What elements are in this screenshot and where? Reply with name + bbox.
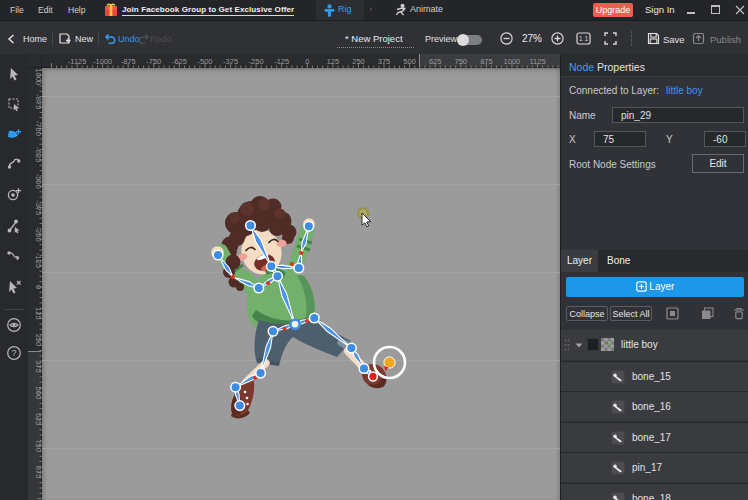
svg-text:750: 750 xyxy=(34,439,43,452)
svg-text:-875: -875 xyxy=(34,94,43,109)
svg-text:375: 375 xyxy=(378,57,391,66)
svg-text:?: ? xyxy=(11,348,16,358)
svg-text:250: 250 xyxy=(352,57,365,66)
svg-text:-625: -625 xyxy=(172,57,187,66)
svg-text:-1125: -1125 xyxy=(68,57,87,66)
svg-text:500: 500 xyxy=(403,57,416,66)
svg-text:-1000: -1000 xyxy=(34,68,43,85)
svg-text:-250: -250 xyxy=(34,227,43,242)
svg-text:500: 500 xyxy=(34,387,43,400)
svg-text:0: 0 xyxy=(305,57,309,66)
svg-text:-125: -125 xyxy=(274,57,289,66)
svg-text:125: 125 xyxy=(327,57,340,66)
svg-text:250: 250 xyxy=(34,334,43,347)
svg-text:875: 875 xyxy=(34,466,43,479)
svg-text:-875: -875 xyxy=(121,57,136,66)
svg-text:-750: -750 xyxy=(34,121,43,136)
svg-text:375: 375 xyxy=(34,360,43,373)
svg-text:-125: -125 xyxy=(34,253,43,268)
svg-text:125: 125 xyxy=(34,307,43,320)
svg-text:1 1: 1 1 xyxy=(579,35,588,42)
svg-text:-1000: -1000 xyxy=(93,57,112,66)
svg-text:1125: 1125 xyxy=(529,57,545,66)
svg-text:-500: -500 xyxy=(34,174,43,189)
svg-text:625: 625 xyxy=(34,413,43,426)
svg-text:625: 625 xyxy=(429,57,442,66)
svg-text:750: 750 xyxy=(455,57,468,66)
svg-text:-250: -250 xyxy=(249,57,264,66)
svg-text:-375: -375 xyxy=(34,200,43,215)
svg-text:-500: -500 xyxy=(197,57,212,66)
svg-text:875: 875 xyxy=(480,57,493,66)
svg-text:0: 0 xyxy=(34,285,43,289)
svg-text:-750: -750 xyxy=(146,57,161,66)
svg-text:-375: -375 xyxy=(223,57,238,66)
svg-text:-625: -625 xyxy=(34,147,43,162)
svg-text:1000: 1000 xyxy=(504,57,521,66)
